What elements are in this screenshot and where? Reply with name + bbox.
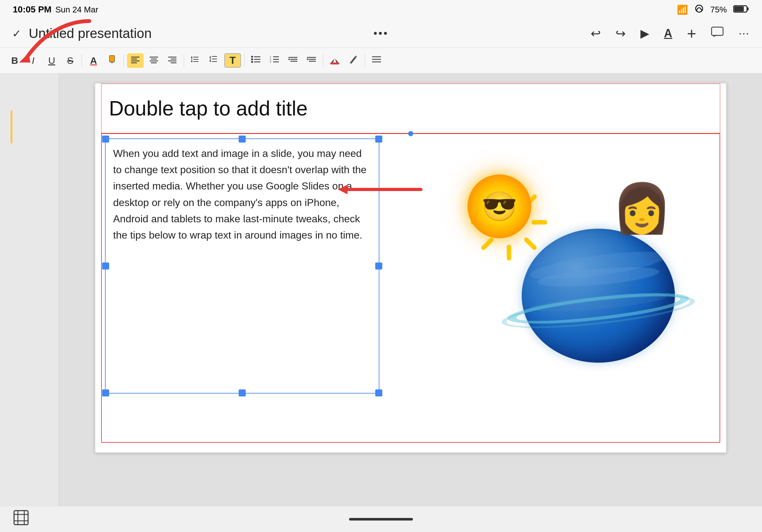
svg-rect-50 xyxy=(531,220,547,225)
more-options-button[interactable]: ⋯ xyxy=(736,26,752,41)
svg-rect-53 xyxy=(480,237,495,251)
highlight-pen-button[interactable] xyxy=(104,52,120,69)
play-button[interactable]: ▶ xyxy=(638,26,652,41)
handle-bottom-left[interactable] xyxy=(102,389,109,396)
increase-indent-button[interactable] xyxy=(303,53,320,68)
format-bar: B I U S A xyxy=(0,48,762,73)
decrease-indent-button[interactable] xyxy=(285,53,301,68)
align-left-button[interactable] xyxy=(127,53,144,68)
undo-button[interactable]: ↩ xyxy=(588,25,603,42)
separator-2 xyxy=(123,54,124,67)
canvas-area[interactable]: Double tap to add title When you add tex… xyxy=(59,73,762,532)
handle-middle-left[interactable] xyxy=(102,262,109,270)
svg-marker-47 xyxy=(338,185,347,194)
handle-top-center[interactable] xyxy=(239,136,246,143)
numbered-list-button[interactable]: 1. 2. 3. xyxy=(266,53,283,68)
slide-wrapper-2: 2 Double tap to add title When you add t… xyxy=(3,112,56,142)
person-on-planet-emoji: 👩 xyxy=(612,178,672,236)
line-spacing-up-button[interactable] xyxy=(206,53,222,68)
separator-3 xyxy=(184,54,184,67)
svg-rect-2 xyxy=(734,6,744,12)
svg-point-27 xyxy=(251,61,253,63)
planet-container: 😎 👩 xyxy=(458,165,681,372)
bullet-list-button[interactable] xyxy=(248,53,264,68)
red-arrow-textbox xyxy=(328,180,424,199)
overflow-dots-button[interactable]: ••• xyxy=(371,26,391,41)
slide-wrapper-3: 3 xyxy=(3,147,56,177)
signal-icon xyxy=(694,4,704,15)
svg-point-25 xyxy=(251,56,253,58)
handle-top-right[interactable] xyxy=(375,136,382,143)
svg-rect-52 xyxy=(507,245,511,261)
handle-top-left[interactable] xyxy=(102,136,109,143)
svg-rect-43 xyxy=(330,62,339,64)
separator-5 xyxy=(323,54,323,67)
top-bar-right: ↩ ↪ ▶ A + ⋯ xyxy=(391,23,752,44)
comment-button[interactable] xyxy=(708,25,726,42)
svg-text:3.: 3. xyxy=(269,60,272,63)
slide-panel: 1 When you add text and image in a slide… xyxy=(0,73,59,532)
text-content-box[interactable]: When you add text and image in a slide, … xyxy=(105,138,379,394)
svg-rect-56 xyxy=(14,511,28,525)
svg-rect-51 xyxy=(523,237,537,251)
handle-bottom-right[interactable] xyxy=(375,389,382,396)
title-handle-center-top[interactable] xyxy=(408,131,413,136)
redo-button[interactable]: ↪ xyxy=(613,25,628,42)
top-bar-center: ••• xyxy=(371,26,391,41)
title-text[interactable]: Double tap to add title xyxy=(109,97,308,120)
image-area: 😎 👩 xyxy=(426,147,713,390)
slide-wrapper-1: 1 When you add text and image in a slide… xyxy=(3,77,56,107)
bottom-bar xyxy=(0,506,762,532)
wifi-icon: 📶 xyxy=(677,4,688,15)
home-indicator xyxy=(349,518,413,520)
title-text-box[interactable]: Double tap to add title xyxy=(101,84,720,133)
svg-rect-4 xyxy=(712,27,723,35)
status-bar-right: 📶 75% xyxy=(677,4,749,15)
add-element-button[interactable]: + xyxy=(684,23,699,44)
more-format-options-button[interactable] xyxy=(368,53,385,68)
svg-marker-5 xyxy=(19,53,30,62)
top-bar: ✓ Untitled presentation ••• ↩ ↪ ▶ A + ⋯ xyxy=(0,19,762,48)
sun-face-emoji: 😎 xyxy=(468,174,531,238)
svg-point-26 xyxy=(251,58,253,60)
fill-color-button[interactable] xyxy=(327,52,343,69)
handle-middle-right[interactable] xyxy=(375,262,382,270)
crop-icon-button[interactable] xyxy=(13,509,29,529)
red-arrow-title xyxy=(13,12,102,69)
handle-bottom-center[interactable] xyxy=(239,389,246,396)
slide-wrapper-4: 4 Layout of Graphics Panel xyxy=(3,182,56,212)
align-center-button[interactable] xyxy=(145,53,162,68)
status-bar: 10:05 PM Sun 24 Mar 📶 75% xyxy=(0,0,762,19)
separator-6 xyxy=(365,54,365,67)
svg-rect-3 xyxy=(747,7,749,11)
border-color-button[interactable] xyxy=(345,52,361,69)
align-right-button[interactable] xyxy=(164,53,181,68)
line-spacing-down-button[interactable] xyxy=(187,53,204,68)
textbox-button[interactable]: T xyxy=(224,53,241,68)
text-format-button[interactable]: A xyxy=(661,26,675,41)
battery-percentage: 75% xyxy=(710,5,727,15)
main-content: 1 When you add text and image in a slide… xyxy=(0,73,762,532)
slide-canvas[interactable]: Double tap to add title When you add tex… xyxy=(95,83,726,453)
battery-icon xyxy=(733,4,749,15)
svg-rect-6 xyxy=(110,55,114,62)
